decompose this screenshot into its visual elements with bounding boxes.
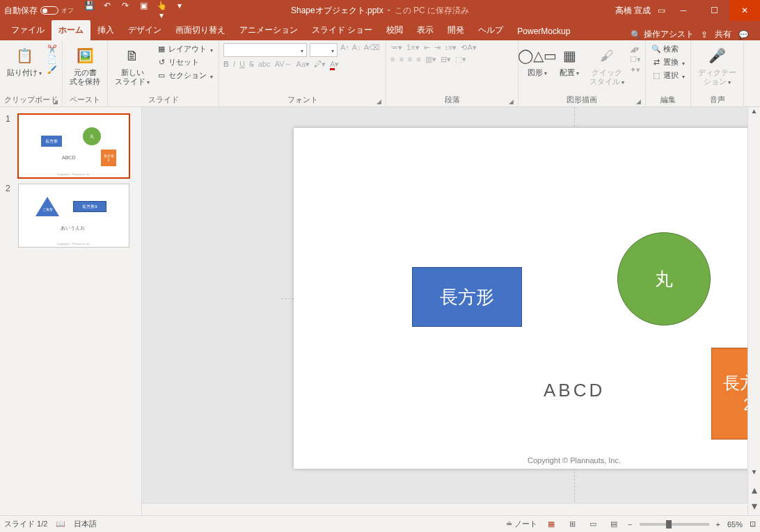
underline-icon[interactable]: U [239,60,245,69]
ribbon-display-icon[interactable]: ▭ [658,6,665,15]
tab-file[interactable]: ファイル [4,20,52,40]
cut-icon[interactable]: ✂️ [47,45,57,54]
slideshow-view-icon[interactable]: ▤ [607,519,621,529]
start-from-beginning-icon[interactable]: ▣ [138,1,149,20]
smartart-icon[interactable]: ⬚▾ [455,55,466,64]
drawing-launcher-icon[interactable]: ◢ [636,98,641,105]
section-button[interactable]: ▭セクション [155,70,214,81]
zoom-out-icon[interactable]: − [628,520,632,529]
autosave-toggle[interactable]: 自動保存 オフ [4,5,74,17]
line-spacing-icon[interactable]: ↕≡▾ [445,43,457,52]
char-spacing-icon[interactable]: AV↔ [275,60,292,69]
numbering-icon[interactable]: 1≡▾ [406,43,420,52]
zoom-value[interactable]: 65% [727,520,743,529]
bold-icon[interactable]: B [223,60,229,69]
comments-icon[interactable]: 💬 [738,30,749,40]
format-painter-icon[interactable]: 🖌️ [47,65,57,74]
italic-icon[interactable]: I [233,60,235,69]
font-size-select[interactable] [310,43,338,57]
tab-home[interactable]: ホーム [52,20,90,40]
slide-panel[interactable]: 1 長方形 丸 長方形 2 ABCD Copyright © Plannauts… [0,107,142,515]
zoom-in-icon[interactable]: + [716,520,720,529]
slide-canvas[interactable]: 長方形 丸 長方形 2 ABCD Copyright © Plannauts, … [294,128,747,469]
font-name-select[interactable] [223,43,307,57]
tell-me[interactable]: 🔍 操作アシスト [631,29,694,40]
thumb-2-wrap[interactable]: 2 三角形 長方形3 あいうえお Copyright © Plannauts, … [0,181,141,250]
tab-transitions[interactable]: 画面切り替え [168,20,232,40]
keep-source-format-button[interactable]: 🖼️ 元の書 式を保持 [67,43,103,87]
zoom-slider[interactable] [640,523,709,526]
replace-button[interactable]: ⇄置換 [650,56,686,68]
touch-mode-icon[interactable]: 👆▾ [156,1,167,20]
shadow-icon[interactable]: abc [258,60,271,69]
clipboard-launcher-icon[interactable]: ◢ [53,98,58,105]
shapes-button[interactable]: ◯△▭ 図形 [523,43,552,79]
bullets-icon[interactable]: ≔▾ [390,43,402,52]
new-slide-button[interactable]: 🗎 新しい スライド [112,43,152,87]
notes-button[interactable]: ≐ ノート [506,519,537,529]
columns-icon[interactable]: ▥▾ [425,55,436,64]
shape-circle[interactable]: 丸 [617,232,711,325]
paste-button[interactable]: 📋 貼り付け [4,43,45,79]
indent-inc-icon[interactable]: ⇥ [434,43,441,52]
quick-styles-button[interactable]: 🖌 クイック スタイル [587,43,627,87]
reading-view-icon[interactable]: ▭ [586,519,600,529]
sorter-view-icon[interactable]: ⊞ [565,519,579,529]
layout-button[interactable]: ▦レイアウト [155,43,214,55]
redo-icon[interactable]: ↷ [120,1,131,20]
tab-animations[interactable]: アニメーション [232,20,305,40]
prev-slide-icon[interactable]: ▴ [752,483,757,497]
decrease-font-icon[interactable]: A↓ [352,43,361,57]
scroll-track[interactable] [750,120,758,483]
align-text-icon[interactable]: ⊟▾ [441,55,451,64]
shape-fill-icon[interactable]: ◢▾ [630,45,641,54]
share-label[interactable]: 共有 [715,29,731,40]
text-abcd[interactable]: ABCD [544,380,605,401]
align-right-icon[interactable]: ≡ [408,55,412,64]
highlight-icon[interactable]: 🖍▾ [314,60,326,69]
normal-view-icon[interactable]: ▦ [544,519,558,529]
text-direction-icon[interactable]: ⟲A▾ [461,43,476,52]
select-button[interactable]: ⬚選択 [650,70,686,81]
thumb-1[interactable]: 長方形 丸 長方形 2 ABCD Copyright © Plannauts, … [18,114,129,178]
tab-powermockup[interactable]: PowerMockup [510,22,577,40]
align-center-icon[interactable]: ≡ [399,55,403,64]
shape-rect2[interactable]: 長方形 2 [711,348,747,440]
tab-slideshow[interactable]: スライド ショー [305,20,379,40]
hscroll[interactable] [142,503,747,515]
paragraph-launcher-icon[interactable]: ◢ [509,98,514,105]
tab-view[interactable]: 表示 [410,20,441,40]
copy-icon[interactable]: 📄 [47,55,57,64]
justify-icon[interactable]: ≡ [416,55,420,64]
align-left-icon[interactable]: ≡ [390,55,395,64]
change-case-icon[interactable]: Aa▾ [296,60,310,69]
tab-help[interactable]: ヘルプ [471,20,510,40]
shape-outline-icon[interactable]: ☐▾ [630,55,641,64]
tab-design[interactable]: デザイン [121,20,168,40]
spellcheck-icon[interactable]: 📖 [56,519,65,529]
increase-font-icon[interactable]: A↑ [340,43,349,57]
arrange-button[interactable]: ▦ 配置 [555,43,584,79]
close-button[interactable]: ✕ [729,0,760,21]
indent-dec-icon[interactable]: ⇤ [424,43,430,52]
thumb-1-wrap[interactable]: 1 長方形 丸 長方形 2 ABCD Copyright © Plannauts… [0,111,141,181]
clear-format-icon[interactable]: A⌫ [364,43,380,57]
next-slide-icon[interactable]: ▾ [752,499,757,513]
font-launcher-icon[interactable]: ◢ [377,98,381,105]
font-color-icon[interactable]: A▾ [330,60,339,69]
vertical-scrollbar[interactable]: ▲ ▼ ▴ ▾ [747,107,760,515]
shape-effects-icon[interactable]: ✦▾ [630,65,641,74]
fit-to-window-icon[interactable]: ⊡ [750,519,756,529]
zoom-slider-thumb[interactable] [666,520,672,529]
strike-icon[interactable]: S̶ [249,60,254,69]
reset-button[interactable]: ↺リセット [155,56,214,68]
tab-insert[interactable]: 挿入 [90,20,121,40]
canvas-area[interactable]: 長方形 丸 長方形 2 ABCD Copyright © Plannauts, … [142,107,747,515]
scroll-up-icon[interactable]: ▲ [748,107,760,120]
find-button[interactable]: 🔍検索 [650,43,686,55]
undo-icon[interactable]: ↶ [102,1,113,20]
status-language[interactable]: 日本語 [74,519,97,529]
scroll-down-icon[interactable]: ▼ [751,468,758,481]
status-slide-number[interactable]: スライド 1/2 [4,519,47,529]
dictate-button[interactable]: 🎤 ディクテー ション [695,43,739,87]
